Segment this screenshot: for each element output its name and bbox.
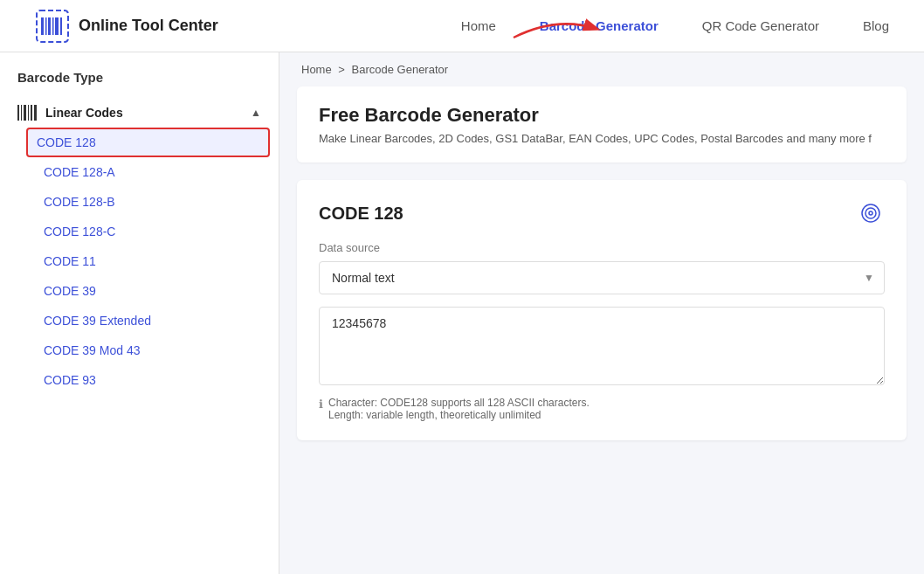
breadcrumb-current: Barcode Generator [352, 63, 449, 76]
sidebar-item-code-128[interactable]: CODE 128 [26, 128, 270, 157]
generator-header: CODE 128 [319, 199, 885, 227]
sidebar-item-code-128-b[interactable]: CODE 128-B [0, 187, 279, 217]
info-text-block: ℹ Character: CODE128 supports all 128 AS… [319, 397, 885, 421]
logo-area: Online Tool Center [35, 9, 218, 44]
svg-rect-11 [28, 105, 29, 121]
svg-rect-13 [34, 105, 37, 121]
nav-home[interactable]: Home [461, 18, 496, 33]
info-line-2: Length: variable length, theoretically u… [328, 409, 590, 421]
svg-rect-2 [45, 17, 47, 35]
main-content: Home > Barcode Generator Free Barcode Ge… [279, 52, 924, 574]
logo-icon [35, 9, 70, 44]
svg-point-14 [862, 204, 879, 222]
sidebar-section-linear-codes[interactable]: Linear Codes ▲ [0, 98, 279, 128]
svg-rect-1 [41, 17, 44, 35]
info-icon: ℹ [319, 398, 323, 421]
sidebar: Barcode Type Linear Codes ▲ CODE 128 COD… [0, 52, 279, 574]
sidebar-item-code-11[interactable]: CODE 11 [0, 246, 279, 276]
data-source-label: Data source [319, 241, 885, 254]
svg-rect-6 [60, 17, 62, 35]
nav-barcode-generator[interactable]: Barcode Generator [540, 18, 659, 33]
generator-box: CODE 128 Data source Normal text ▼ [297, 180, 907, 440]
breadcrumb: Home > Barcode Generator [279, 52, 924, 86]
logo-text: Online Tool Center [79, 17, 218, 35]
nav-blog[interactable]: Blog [863, 18, 889, 33]
sidebar-item-code-39-mod-43[interactable]: CODE 39 Mod 43 [0, 335, 279, 365]
nav-qr-code-generator[interactable]: QR Code Generator [702, 18, 819, 33]
svg-point-15 [865, 208, 876, 218]
main-nav: Home Barcode Generator QR Code Generator… [461, 18, 889, 33]
svg-rect-10 [24, 105, 26, 121]
settings-icon-button[interactable] [857, 199, 885, 227]
data-source-wrapper: Normal text ▼ [319, 261, 885, 294]
page-header-box: Free Barcode Generator Make Linear Barco… [297, 86, 907, 163]
sidebar-title: Barcode Type [0, 70, 279, 98]
page-title: Free Barcode Generator [319, 104, 885, 127]
breadcrumb-home[interactable]: Home [301, 63, 332, 76]
svg-point-16 [869, 211, 872, 215]
settings-icon [860, 203, 881, 224]
info-line-1: Character: CODE128 supports all 128 ASCI… [328, 397, 590, 409]
svg-rect-3 [48, 17, 51, 35]
sidebar-item-code-128-a[interactable]: CODE 128-A [0, 157, 279, 187]
layout: Barcode Type Linear Codes ▲ CODE 128 COD… [0, 52, 924, 574]
page-subtitle: Make Linear Barcodes, 2D Codes, GS1 Data… [319, 132, 885, 145]
svg-rect-9 [21, 105, 22, 121]
sidebar-item-code-39[interactable]: CODE 39 [0, 276, 279, 306]
header: Online Tool Center Home Barcode Generato… [0, 0, 924, 52]
section-chevron-icon: ▲ [251, 107, 261, 119]
svg-rect-12 [31, 105, 32, 121]
svg-rect-4 [52, 17, 54, 35]
sidebar-item-code-128-c[interactable]: CODE 128-C [0, 217, 279, 246]
data-source-select[interactable]: Normal text [319, 261, 885, 294]
section-label-text: Linear Codes [45, 106, 123, 120]
generator-title: CODE 128 [319, 204, 403, 224]
svg-rect-5 [55, 17, 59, 35]
barcode-lines-icon [17, 105, 37, 121]
sidebar-item-code-93[interactable]: CODE 93 [0, 365, 279, 395]
svg-rect-8 [17, 105, 19, 121]
sidebar-item-code-39-extended[interactable]: CODE 39 Extended [0, 306, 279, 335]
barcode-text-input[interactable] [319, 307, 885, 385]
